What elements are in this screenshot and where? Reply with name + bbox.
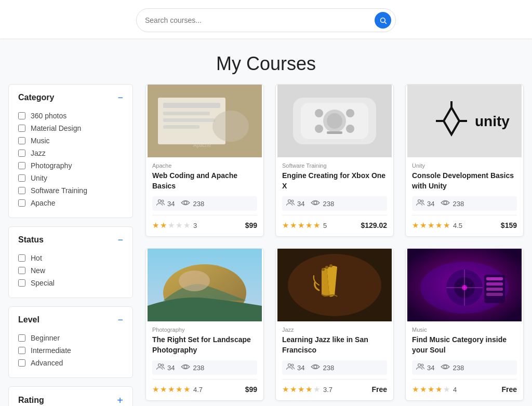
course-stats: 34 238 xyxy=(412,360,517,375)
filter-item[interactable]: Unity xyxy=(18,172,123,184)
course-rating: ★★★★★ 3 xyxy=(152,221,197,230)
views-icon xyxy=(441,199,450,208)
rating-filter: Rating + xyxy=(8,386,133,406)
filter-checkbox[interactable] xyxy=(18,267,25,274)
views-count: 238 xyxy=(453,200,464,208)
category-filter: Category − 360 photos Material Design Mu… xyxy=(8,84,133,218)
filter-item[interactable]: Jazz xyxy=(18,147,123,159)
course-card[interactable]: Music Find Music Category inside your So… xyxy=(405,248,524,401)
filter-item[interactable]: Beginner xyxy=(18,332,123,344)
divider xyxy=(282,215,387,215)
course-card[interactable]: Software Training Engine Creating for Xb… xyxy=(275,84,394,237)
filter-checkbox[interactable] xyxy=(18,187,25,194)
filter-checkbox[interactable] xyxy=(18,137,25,144)
rating-filter-header: Rating + xyxy=(18,395,123,405)
filter-checkbox[interactable] xyxy=(18,254,25,262)
course-card[interactable]: Apache Apache Web Coding and Apache Basi… xyxy=(145,84,264,237)
svg-rect-4 xyxy=(163,103,220,108)
star-full: ★ xyxy=(160,221,167,230)
star-full: ★ xyxy=(290,385,297,394)
divider xyxy=(152,215,257,215)
filter-checkbox[interactable] xyxy=(18,359,25,367)
svg-point-17 xyxy=(327,113,342,129)
course-price: $99 xyxy=(245,221,257,229)
students-count: 34 xyxy=(297,364,304,372)
level-collapse-btn[interactable]: − xyxy=(117,315,123,324)
svg-point-8 xyxy=(212,111,249,142)
divider xyxy=(412,379,517,380)
filter-item[interactable]: Intermediate xyxy=(18,344,123,357)
svg-point-20 xyxy=(315,125,323,133)
star-full: ★ xyxy=(313,221,320,230)
status-filter-header: Status − xyxy=(18,235,123,245)
search-button[interactable] xyxy=(375,12,391,29)
filter-checkbox[interactable] xyxy=(18,162,25,169)
svg-point-59 xyxy=(418,364,420,367)
filter-checkbox[interactable] xyxy=(18,347,25,354)
course-footer: ★★★★★ 4.7 $99 xyxy=(152,383,257,394)
filter-checkbox[interactable] xyxy=(18,125,25,132)
rating-number: 5 xyxy=(323,222,327,229)
filter-item[interactable]: Apache xyxy=(18,197,123,209)
course-card[interactable]: Photography The Right Set for Landscape … xyxy=(145,248,264,401)
filter-item[interactable]: New xyxy=(18,264,123,277)
filter-label: Jazz xyxy=(31,149,46,157)
star-full: ★ xyxy=(420,385,427,394)
svg-point-60 xyxy=(421,364,423,367)
status-collapse-btn[interactable]: − xyxy=(117,235,123,245)
status-filter: Status − Hot New Special xyxy=(8,226,133,298)
svg-point-45 xyxy=(329,264,332,267)
filter-item[interactable]: Music xyxy=(18,134,123,147)
star-empty: ★ xyxy=(313,385,320,394)
star-full: ★ xyxy=(282,221,289,230)
star-full: ★ xyxy=(290,221,297,230)
filter-item[interactable]: Software Training xyxy=(18,184,123,197)
course-title: Engine Creating for Xbox One X xyxy=(282,171,387,191)
course-price: $129.02 xyxy=(361,221,387,229)
filter-label: Unity xyxy=(31,174,47,182)
svg-rect-55 xyxy=(486,277,503,280)
svg-rect-57 xyxy=(486,288,503,291)
svg-line-1 xyxy=(384,22,386,23)
svg-point-11 xyxy=(162,200,164,202)
category-items-list: 360 photos Material Design Music Jazz Ph… xyxy=(18,110,123,209)
star-full: ★ xyxy=(298,221,304,230)
filter-checkbox[interactable] xyxy=(18,150,25,157)
category-collapse-btn[interactable]: − xyxy=(117,93,123,102)
course-thumbnail: unity xyxy=(406,85,523,157)
svg-rect-58 xyxy=(486,293,503,296)
views-icon xyxy=(181,199,190,208)
course-card[interactable]: unity Unity Console Development Basics w… xyxy=(405,84,524,237)
filter-item[interactable]: Hot xyxy=(18,252,123,264)
filter-label: Photography xyxy=(31,161,72,170)
filter-item[interactable]: Advanced xyxy=(18,357,123,369)
views-stat: 238 xyxy=(311,199,334,208)
course-body: Software Training Engine Creating for Xb… xyxy=(276,157,393,236)
filter-checkbox[interactable] xyxy=(18,112,25,119)
filter-item[interactable]: Photography xyxy=(18,159,123,172)
views-stat: 238 xyxy=(441,363,464,372)
course-card[interactable]: Jazz Learning Jazz like in San Francisco xyxy=(275,248,394,401)
star-full: ★ xyxy=(428,385,434,394)
filter-checkbox[interactable] xyxy=(18,174,25,182)
filter-checkbox[interactable] xyxy=(18,334,25,342)
course-title: Find Music Category inside your Soul xyxy=(412,335,517,355)
star-full: ★ xyxy=(428,221,434,230)
svg-point-34 xyxy=(444,201,447,205)
rating-number: 3 xyxy=(193,222,197,229)
filter-label: 360 photos xyxy=(31,112,66,120)
views-stat: 238 xyxy=(181,199,204,208)
filter-item[interactable]: 360 photos xyxy=(18,110,123,122)
courses-grid: Apache Apache Web Coding and Apache Basi… xyxy=(145,84,524,401)
course-stats: 34 238 xyxy=(412,196,517,211)
filter-item[interactable]: Special xyxy=(18,277,123,289)
filter-item[interactable]: Material Design xyxy=(18,122,123,134)
filter-checkbox[interactable] xyxy=(18,199,25,207)
search-input[interactable] xyxy=(145,16,375,24)
views-count: 238 xyxy=(193,200,204,208)
divider xyxy=(412,215,517,215)
rating-collapse-btn[interactable]: + xyxy=(117,395,123,405)
svg-point-61 xyxy=(444,366,447,369)
filter-checkbox[interactable] xyxy=(18,279,25,287)
category-filter-header: Category − xyxy=(18,93,123,102)
